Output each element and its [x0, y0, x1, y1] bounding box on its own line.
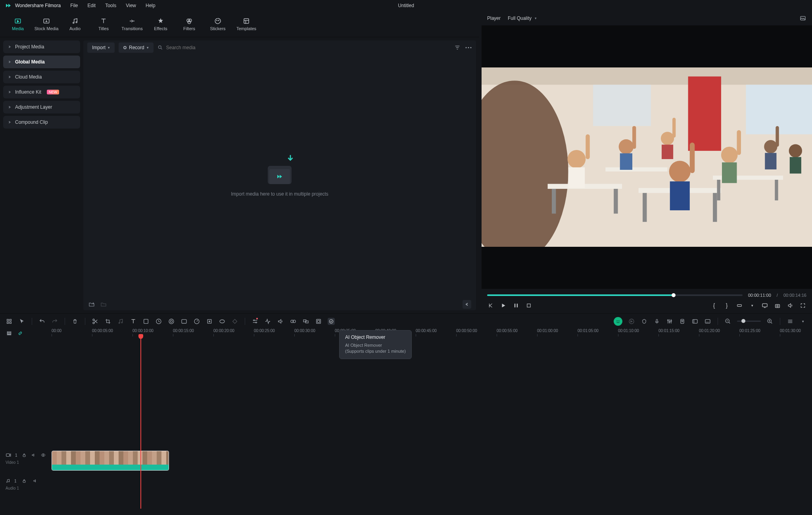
player-viewport[interactable] — [482, 25, 812, 289]
filters-icon — [186, 17, 193, 25]
link-icon[interactable] — [17, 330, 24, 337]
subtitle-icon[interactable] — [704, 318, 711, 325]
svg-rect-52 — [722, 163, 737, 183]
filter-icon[interactable] — [454, 44, 461, 51]
sidebar-item-project-media[interactable]: Project Media — [3, 40, 80, 53]
tab-media[interactable]: Media — [4, 14, 32, 34]
tab-audio[interactable]: Audio — [61, 14, 89, 34]
group-icon[interactable] — [302, 318, 309, 325]
mark-out-icon[interactable]: } — [723, 302, 730, 309]
record-button[interactable]: Record ▾ — [119, 42, 154, 53]
menu-tools[interactable]: Tools — [105, 3, 116, 8]
zoom-out-icon[interactable] — [724, 318, 731, 325]
player-quality-dropdown[interactable]: Full Quality ▾ — [508, 15, 537, 21]
play-icon[interactable] — [500, 302, 507, 309]
progress-bar[interactable] — [487, 294, 743, 296]
audio-stretch-icon[interactable] — [264, 318, 271, 325]
menu-view[interactable]: View — [126, 3, 136, 8]
mask-icon[interactable] — [219, 318, 226, 325]
menu-help[interactable]: Help — [146, 3, 155, 8]
audio-track-body[interactable] — [52, 475, 812, 492]
green-screen-icon[interactable] — [180, 318, 188, 325]
visibility-icon[interactable] — [40, 452, 46, 459]
ai-object-remover-icon[interactable] — [328, 318, 335, 325]
player-quality-label: Full Quality — [508, 15, 532, 21]
lock-icon[interactable] — [21, 477, 28, 484]
video-track-body[interactable] — [52, 449, 812, 473]
tab-titles[interactable]: Titles — [90, 14, 117, 34]
record-voiceover-icon[interactable] — [736, 302, 743, 309]
tab-stickers[interactable]: Stickers — [204, 14, 232, 34]
menu-edit[interactable]: Edit — [88, 3, 96, 8]
tab-filters[interactable]: Filters — [175, 14, 203, 34]
video-clip[interactable] — [52, 451, 169, 471]
tab-stock-media[interactable]: Stock Media — [33, 14, 60, 34]
mixer-icon[interactable] — [666, 318, 673, 325]
speed-icon[interactable] — [155, 318, 162, 325]
display-icon[interactable] — [761, 302, 768, 309]
crop-zoom-icon[interactable] — [142, 318, 150, 325]
speed-ramp-icon[interactable] — [193, 318, 200, 325]
import-button[interactable]: Import ▾ — [87, 42, 115, 53]
motion-track-icon[interactable] — [206, 318, 213, 325]
mark-in-icon[interactable]: { — [710, 302, 718, 309]
zoom-handle[interactable] — [741, 319, 745, 323]
mic-icon[interactable] — [653, 318, 660, 325]
snapshot-icon[interactable] — [799, 15, 806, 22]
sidebar-item-adjustment-layer[interactable]: Adjustment Layer — [3, 101, 80, 113]
crop-icon[interactable] — [104, 318, 111, 325]
sidebar-item-global-media[interactable]: Global Media — [3, 56, 80, 68]
tab-transitions[interactable]: Transitions — [118, 14, 146, 34]
chevron-down-icon[interactable]: ▾ — [799, 318, 806, 325]
zoom-in-icon[interactable] — [766, 318, 774, 325]
pause-icon[interactable] — [513, 302, 520, 309]
menu-file[interactable]: File — [70, 3, 78, 8]
fullscreen-icon[interactable] — [799, 302, 806, 309]
color-icon[interactable] — [168, 318, 175, 325]
export-frame-icon[interactable] — [691, 318, 699, 325]
progress-handle[interactable] — [672, 293, 676, 297]
search-input[interactable] — [166, 45, 246, 50]
lock-icon[interactable] — [21, 452, 27, 459]
split-icon[interactable] — [92, 318, 99, 325]
track-manager-icon[interactable] — [6, 330, 13, 337]
media-drop-zone[interactable]: Import media here to use it in multiple … — [83, 55, 476, 298]
zoom-slider[interactable] — [737, 321, 761, 322]
render-icon[interactable] — [315, 318, 322, 325]
mute-icon[interactable] — [31, 452, 36, 459]
marker-icon[interactable] — [641, 318, 648, 325]
playhead-head-icon[interactable] — [138, 334, 143, 339]
select-tool-icon[interactable] — [6, 318, 13, 325]
chevron-down-icon[interactable]: ▾ — [749, 302, 756, 309]
snapshot-icon[interactable] — [774, 302, 781, 309]
voice-icon[interactable] — [277, 318, 284, 325]
tab-templates[interactable]: Templates — [232, 14, 260, 34]
menu-bar: Wondershare Filmora File Edit Tools View… — [0, 0, 812, 11]
mute-icon[interactable] — [32, 477, 39, 484]
sidebar-item-cloud-media[interactable]: Cloud Media — [3, 71, 80, 83]
volume-icon[interactable] — [787, 302, 794, 309]
cursor-tool-icon[interactable] — [18, 318, 25, 325]
sidebar-item-influence-kit[interactable]: Influence KitNEW — [3, 86, 80, 98]
ai-button[interactable] — [614, 317, 622, 326]
video-frame — [482, 67, 812, 247]
timeline-ruler[interactable]: 00:0000:00:05:0000:00:10:0000:00:15:0000… — [52, 329, 812, 338]
undo-icon[interactable] — [38, 318, 46, 325]
more-icon[interactable] — [465, 44, 472, 51]
download-arrow-icon — [286, 154, 295, 163]
text-icon[interactable] — [130, 318, 137, 325]
stop-icon[interactable] — [525, 302, 532, 309]
view-mode-icon[interactable] — [787, 318, 794, 325]
chevron-right-icon — [8, 121, 12, 124]
adjustment-icon[interactable] — [251, 318, 259, 325]
playhead[interactable] — [140, 338, 141, 509]
new-folder-icon[interactable] — [88, 301, 95, 308]
folder-icon — [264, 156, 296, 184]
audio-mix-icon[interactable] — [290, 318, 297, 325]
ai-credits-icon[interactable] — [679, 318, 686, 325]
step-back-icon[interactable] — [487, 302, 494, 309]
sidebar-item-compound-clip[interactable]: Compound Clip — [3, 116, 80, 129]
delete-icon[interactable] — [71, 318, 79, 325]
collapse-sidebar-button[interactable] — [463, 300, 471, 309]
tab-effects[interactable]: Effects — [147, 14, 175, 34]
